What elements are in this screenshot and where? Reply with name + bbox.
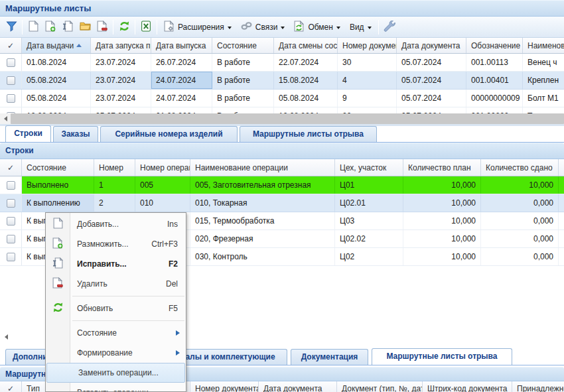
table-row-selected[interactable]: К выполнению 2 010 010, Токарная Ц02.01 … [0, 194, 564, 212]
tab-documentation[interactable]: Документация [291, 349, 368, 365]
cell: 001.00200 [466, 107, 523, 113]
row-checkbox[interactable] [0, 90, 22, 107]
column-header-doc-date[interactable]: Дата документа [259, 381, 337, 392]
menu-item-refresh[interactable]: Обновить F5 [46, 298, 186, 318]
column-header-qty-done[interactable]: Количество сдано [481, 159, 559, 176]
row-checkbox[interactable] [0, 54, 22, 71]
column-header-doc-number[interactable]: Номер документа [338, 38, 397, 53]
menu-item-add[interactable]: Добавить... Ins [46, 214, 186, 234]
edit-document-button[interactable] [59, 19, 76, 35]
chevron-down-icon [228, 27, 232, 29]
table-row[interactable]: 05.08.2024 23.07.2024 24.07.2024 В работ… [0, 90, 564, 107]
links-menu-button[interactable]: Связи [236, 19, 290, 35]
cell: В работе [212, 54, 274, 71]
column-header-doc-number[interactable]: Номер документа [190, 381, 259, 392]
cell: 010 [135, 194, 190, 212]
view-menu-button[interactable]: Вид [345, 19, 376, 35]
table-row[interactable]: 01.08.2024 23.07.2024 26.07.2024 В работ… [0, 54, 564, 72]
toolbar-separator [157, 20, 157, 34]
column-header-doc-date[interactable]: Дата документа [397, 38, 466, 53]
cell: 22.07.2024 [274, 54, 338, 71]
menu-item-duplicate[interactable]: Размножить... Ctrl+F3 [46, 234, 186, 254]
horizontal-scrollbar[interactable] [0, 113, 564, 124]
select-all-header[interactable]: ✓ [0, 38, 22, 53]
column-header-document[interactable]: Документ (тип, №, дата) [337, 381, 423, 392]
column-header-number[interactable]: Номер [94, 159, 135, 176]
column-header-state-change-date[interactable]: Дата смены состояния [274, 38, 338, 53]
menu-item-delete[interactable]: Удалить Del [46, 274, 186, 294]
table-row-selected[interactable]: 05.08.2024 23.07.2024 24.07.2024 В работ… [0, 72, 564, 90]
open-folder-button[interactable] [76, 19, 94, 35]
view-label: Вид [350, 23, 364, 32]
cell: В работе [212, 107, 274, 113]
row-checkbox[interactable] [0, 107, 22, 113]
select-all-header[interactable]: ✓ [0, 381, 22, 392]
cell: 2 [94, 194, 135, 212]
toolbar-separator [135, 20, 135, 34]
tab-tear-off-sheets[interactable]: Маршрутные листы отрыва [240, 126, 377, 142]
column-header-op-number[interactable]: Номер операции [135, 159, 190, 176]
row-checkbox[interactable] [0, 212, 22, 229]
row-checkbox[interactable] [0, 248, 22, 265]
cell: 10,000 [403, 248, 481, 265]
exchange-menu-button[interactable]: Обмен [289, 19, 345, 35]
column-header-name[interactable]: Наименование [523, 38, 564, 53]
row-checkbox[interactable] [0, 194, 22, 212]
cell: Термо [523, 107, 564, 113]
filter-button[interactable] [3, 19, 20, 35]
cell: Ц01 [335, 176, 403, 194]
column-header-release-date[interactable]: Дата выпуска [151, 38, 212, 53]
route-sheets-grid-body: 01.08.2024 23.07.2024 26.07.2024 В работ… [0, 54, 564, 113]
rows-panel-header: Строки [0, 143, 564, 159]
cell: 1 [94, 176, 135, 194]
tab-stroki[interactable]: Строки [5, 125, 51, 142]
column-header-shop[interactable]: Цех, участок [335, 159, 403, 176]
menu-item-forming[interactable]: Формирование [46, 343, 186, 363]
cell: Ц02.01 [335, 194, 403, 212]
cell: 23.07.2024 [91, 54, 151, 71]
refresh-button[interactable] [115, 19, 133, 35]
scrollbar-thumb[interactable] [11, 113, 564, 124]
column-header-launch-date[interactable]: Дата запуска производства [91, 38, 151, 53]
cell: 020, Фрезерная [190, 230, 335, 247]
menu-item-replace-operations[interactable]: Заменить операции... [46, 363, 185, 383]
select-all-header[interactable]: ✓ [0, 159, 22, 176]
menu-item-edit[interactable]: Исправить... F2 [46, 254, 186, 274]
column-header-state[interactable]: Состояние [212, 38, 274, 53]
menu-item-insert-operations[interactable]: Вставить операции... [46, 383, 186, 392]
column-header-issue-date[interactable]: Дата выдачи [22, 38, 91, 53]
extensions-menu-button[interactable]: Расширения [159, 19, 236, 35]
menu-item-state[interactable]: Состояние [46, 323, 186, 343]
column-header-state[interactable]: Состояние [22, 159, 94, 176]
cell: 0,000 [481, 248, 559, 265]
chevron-down-icon [281, 27, 285, 29]
cell: 00000000009 [466, 90, 523, 107]
filler [559, 230, 564, 247]
cell: Болт М1 [523, 90, 564, 107]
scroll-left-button[interactable] [1, 332, 11, 342]
tab-tear-off-sheets-bottom[interactable]: Маршрутные листы отрыва [372, 348, 512, 365]
add-document-button[interactable] [42, 19, 59, 35]
cell: 05.07.2024 [397, 72, 466, 89]
scroll-left-button[interactable] [0, 113, 11, 124]
export-excel-button[interactable] [137, 19, 155, 35]
table-row[interactable]: 12.08.2024 25.07.2024 01.08.2024 В работ… [0, 107, 564, 113]
cell: 010, Токарная [190, 194, 335, 212]
tab-serial-numbers[interactable]: Серийные номера изделий [100, 126, 238, 142]
column-header-qty-plan[interactable]: Количество план [403, 159, 481, 176]
window-title-bar: Маршрутные листы [0, 0, 564, 17]
refresh-icon [119, 21, 130, 34]
delete-document-button[interactable] [94, 19, 111, 35]
table-row-done[interactable]: Выполнено 1 005 005, Заготовительная отр… [0, 176, 564, 194]
settings-button[interactable] [381, 19, 398, 35]
row-checkbox[interactable] [0, 176, 22, 194]
row-checkbox[interactable] [0, 72, 22, 89]
column-header-belonging[interactable]: Принадлежность [512, 381, 564, 392]
edit-doc-icon [51, 257, 64, 271]
column-header-barcode[interactable]: Штрих-код документа [423, 381, 512, 392]
tab-zakazy[interactable]: Заказы [53, 126, 98, 142]
new-document-button[interactable] [25, 19, 42, 35]
row-checkbox[interactable] [0, 230, 22, 247]
column-header-designation[interactable]: Обозначение [466, 38, 523, 53]
column-header-op-name[interactable]: Наименование операции [190, 159, 335, 176]
